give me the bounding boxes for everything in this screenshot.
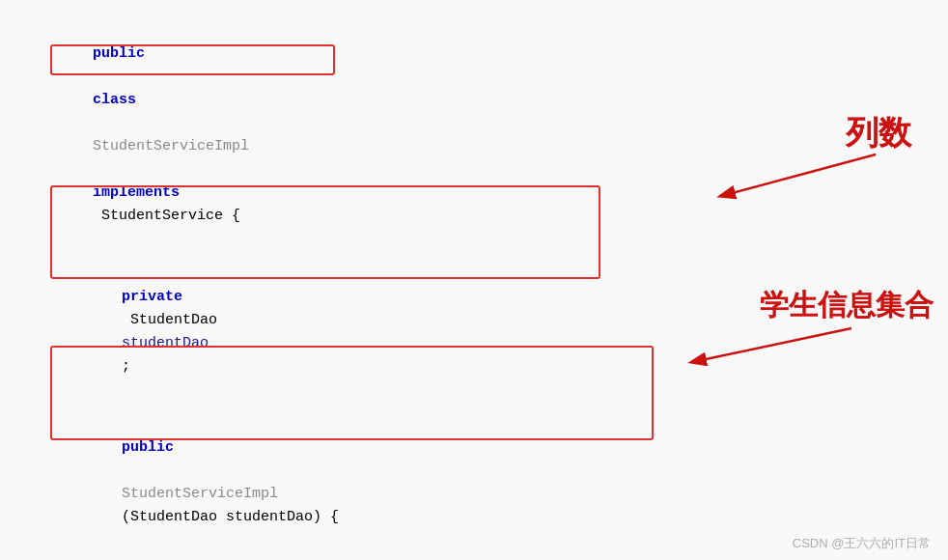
- arrow-1: [683, 150, 895, 203]
- code-line-1: public class StudentServiceImpl implemen…: [19, 19, 948, 251]
- code-area: public class StudentServiceImpl implemen…: [0, 0, 948, 560]
- code-line-6: this .studentDao = studentDao;: [19, 552, 948, 560]
- svg-line-3: [692, 328, 851, 362]
- code-line-4: [19, 402, 948, 413]
- svg-line-1: [721, 154, 876, 196]
- code-line-5: public StudentServiceImpl (StudentDao st…: [19, 413, 948, 552]
- code-line-2: [19, 251, 948, 263]
- arrow-2: [658, 323, 871, 367]
- footer-text: CSDN @王六六的IT日常: [793, 535, 931, 552]
- annotation-label-2: 学生信息集合: [760, 286, 934, 325]
